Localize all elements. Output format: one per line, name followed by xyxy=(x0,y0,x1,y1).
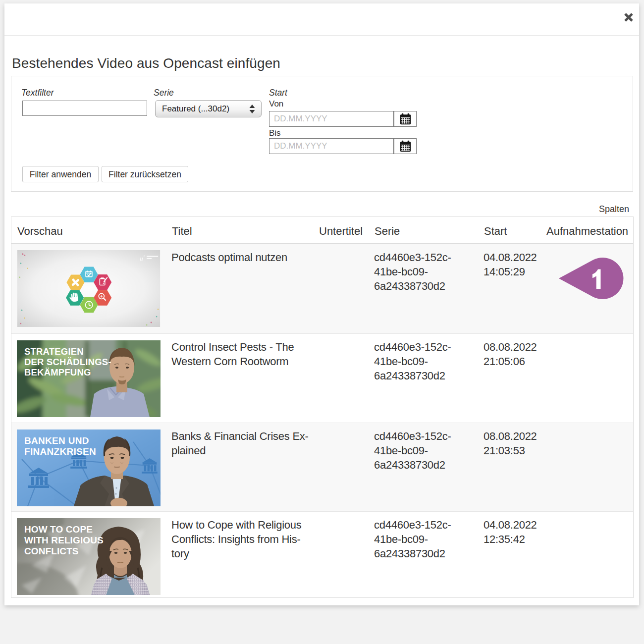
svg-text:u: u xyxy=(140,255,143,262)
svg-text:DER SCHÄDLINGS-: DER SCHÄDLINGS- xyxy=(24,357,111,367)
svg-text:BEKÄMPFUNG: BEKÄMPFUNG xyxy=(24,367,91,377)
svg-text:BANKEN UND: BANKEN UND xyxy=(24,435,89,446)
svg-text:b: b xyxy=(144,254,146,258)
svg-text:HOW TO COPE: HOW TO COPE xyxy=(24,524,93,535)
svg-text:WITH RELIGIOUS: WITH RELIGIOUS xyxy=(24,535,104,545)
svg-text:CONFLICTS: CONFLICTS xyxy=(24,546,79,556)
svg-text:FINANZKRISEN: FINANZKRISEN xyxy=(24,446,96,457)
svg-text:STRATEGIEN: STRATEGIEN xyxy=(24,346,84,357)
